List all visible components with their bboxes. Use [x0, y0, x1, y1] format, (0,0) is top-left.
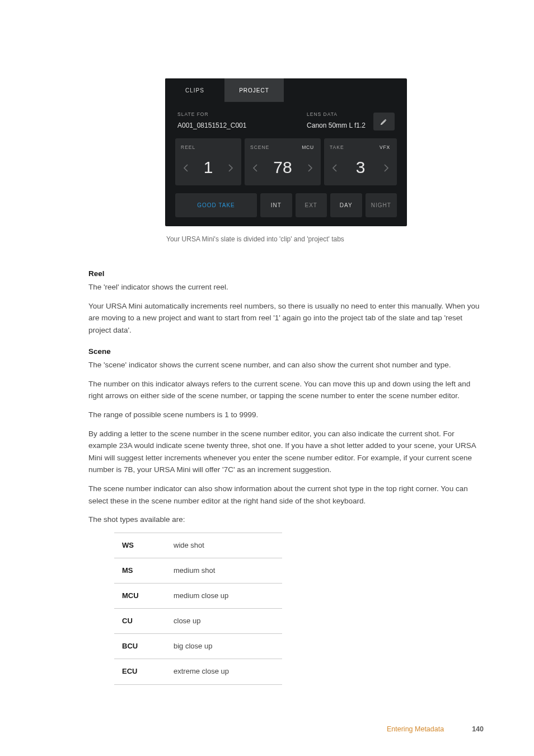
- reel-counter[interactable]: REEL 1: [175, 138, 241, 185]
- slate-tabs: CLIPS PROJECT: [165, 78, 407, 102]
- good-take-button[interactable]: GOOD TAKE: [175, 193, 257, 218]
- tab-project[interactable]: PROJECT: [224, 78, 284, 102]
- shot-abbr: WS: [114, 533, 170, 558]
- tab-clips[interactable]: CLIPS: [165, 78, 224, 102]
- scene-counter[interactable]: SCENE MCU 78: [245, 138, 321, 185]
- table-row: CUclose up: [114, 609, 282, 634]
- lens-data-block: LENS DATA Canon 50mm L f1.2: [307, 111, 366, 131]
- body-text: The scene number indicator can also show…: [88, 483, 484, 507]
- slate-for-value: A001_08151512_C001: [177, 120, 246, 131]
- take-badge: VFX: [380, 144, 390, 151]
- take-counter[interactable]: TAKE VFX 3: [324, 138, 397, 185]
- body-text: The range of possible scene numbers is 1…: [88, 409, 484, 421]
- scene-value: 78: [273, 155, 292, 181]
- scene-prev-button[interactable]: [250, 161, 260, 175]
- shot-types-table: WSwide shotMSmedium shotMCUmedium close …: [114, 533, 282, 685]
- take-value: 3: [356, 155, 366, 181]
- reel-next-button[interactable]: [226, 161, 236, 175]
- shot-desc: medium shot: [170, 558, 282, 583]
- table-row: MCUmedium close up: [114, 584, 282, 609]
- body-text: The shot types available are:: [88, 514, 484, 526]
- edit-lens-button[interactable]: [373, 113, 395, 130]
- shot-abbr: MCU: [114, 584, 170, 609]
- shot-abbr: MS: [114, 558, 170, 583]
- slate-for-label: SLATE FOR: [177, 111, 246, 118]
- shot-desc: big close up: [170, 634, 282, 659]
- shot-desc: extreme close up: [170, 659, 282, 684]
- scene-heading: Scene: [88, 346, 484, 358]
- scene-next-button[interactable]: [305, 161, 315, 175]
- footer-page-number: 140: [472, 724, 484, 735]
- shot-abbr: ECU: [114, 659, 170, 684]
- shot-desc: medium close up: [170, 584, 282, 609]
- table-row: WSwide shot: [114, 533, 282, 558]
- take-next-button[interactable]: [381, 161, 391, 175]
- slate-for-block: SLATE FOR A001_08151512_C001: [177, 111, 246, 131]
- scene-shot-type-badge: MCU: [302, 144, 314, 151]
- body-text: The number on this indicator always refe…: [88, 378, 484, 402]
- reel-heading: Reel: [88, 268, 484, 280]
- reel-value: 1: [204, 155, 213, 181]
- body-text: The 'scene' indicator shows the current …: [88, 359, 484, 371]
- ext-button[interactable]: EXT: [296, 193, 327, 218]
- page-footer: Entering Metadata 140: [88, 724, 484, 735]
- slate-figure: CLIPS PROJECT SLATE FOR A001_08151512_C0…: [165, 78, 407, 245]
- shot-abbr: BCU: [114, 634, 170, 659]
- slate-panel: CLIPS PROJECT SLATE FOR A001_08151512_C0…: [165, 78, 407, 226]
- footer-section: Entering Metadata: [387, 724, 444, 735]
- table-row: ECUextreme close up: [114, 659, 282, 684]
- table-row: BCUbig close up: [114, 634, 282, 659]
- body-text: The 'reel' indicator shows the current r…: [88, 281, 484, 293]
- pencil-icon: [380, 118, 388, 125]
- night-button[interactable]: NIGHT: [366, 193, 397, 218]
- table-row: MSmedium shot: [114, 558, 282, 583]
- shot-desc: wide shot: [170, 533, 282, 558]
- int-button[interactable]: INT: [260, 193, 292, 218]
- reel-prev-button[interactable]: [181, 161, 191, 175]
- figure-caption: Your URSA Mini's slate is divided into '…: [166, 234, 406, 245]
- body-text: By adding a letter to the scene number i…: [88, 428, 484, 476]
- lens-data-label: LENS DATA: [307, 111, 366, 118]
- reel-label: REEL: [181, 144, 236, 151]
- take-prev-button[interactable]: [330, 161, 340, 175]
- shot-desc: close up: [170, 609, 282, 634]
- day-button[interactable]: DAY: [330, 193, 362, 218]
- body-text: Your URSA Mini automatically increments …: [88, 300, 484, 337]
- lens-data-value: Canon 50mm L f1.2: [307, 120, 366, 131]
- shot-abbr: CU: [114, 609, 170, 634]
